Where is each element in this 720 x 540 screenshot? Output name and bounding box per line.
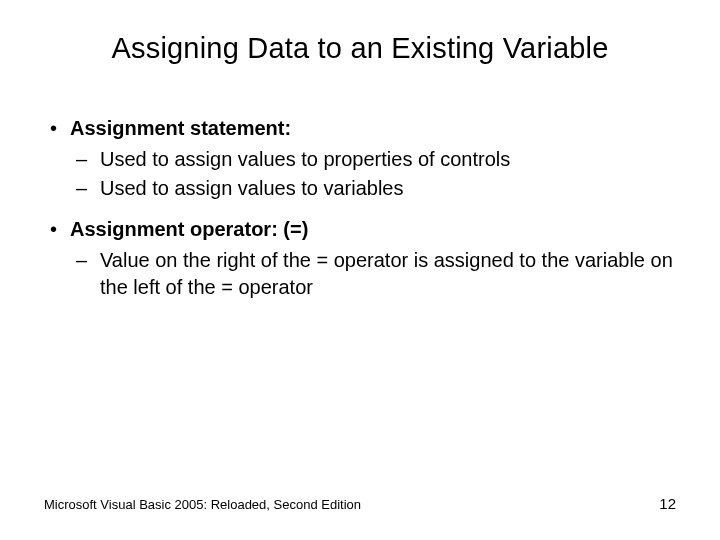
bullet-list: Assignment statement: Used to assign val… [44, 115, 676, 301]
sub-bullet: Value on the right of the = operator is … [100, 247, 676, 301]
bullet-assignment-operator: Assignment operator: (=) Value on the ri… [70, 216, 676, 301]
bullet-label: Assignment statement: [70, 117, 291, 139]
sub-bullet-list: Value on the right of the = operator is … [70, 247, 676, 301]
bullet-label: Assignment operator: (=) [70, 218, 308, 240]
page-number: 12 [659, 495, 676, 512]
sub-bullet: Used to assign values to properties of c… [100, 146, 676, 173]
slide-title: Assigning Data to an Existing Variable [44, 32, 676, 65]
sub-bullet: Used to assign values to variables [100, 175, 676, 202]
footer-source: Microsoft Visual Basic 2005: Reloaded, S… [44, 497, 361, 512]
footer: Microsoft Visual Basic 2005: Reloaded, S… [44, 495, 676, 512]
sub-bullet-list: Used to assign values to properties of c… [70, 146, 676, 202]
slide: Assigning Data to an Existing Variable A… [0, 0, 720, 540]
bullet-assignment-statement: Assignment statement: Used to assign val… [70, 115, 676, 202]
